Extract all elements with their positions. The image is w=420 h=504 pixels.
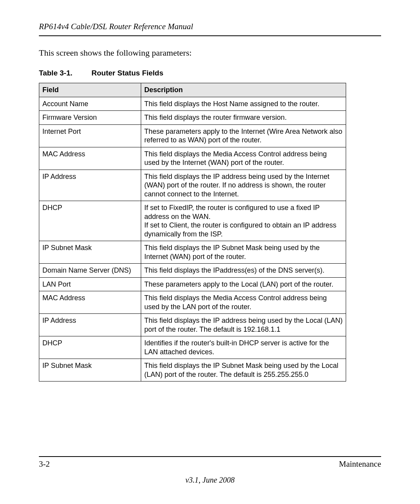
doc-title: RP614v4 Cable/DSL Router Reference Manua… [39, 22, 381, 32]
field-name: LAN Port [39, 277, 141, 291]
table-row: LAN PortThese parameters apply to the Lo… [39, 277, 346, 291]
router-status-table: Field Description Account NameThis field… [39, 83, 346, 382]
field-name: MAC Address [39, 147, 141, 170]
field-name: IP Address [39, 170, 141, 201]
field-description: This field displays the router firmware … [141, 111, 346, 125]
table-number: Table 3-1. [39, 69, 89, 77]
field-name: Domain Name Server (DNS) [39, 264, 141, 278]
table-row: MAC AddressThis field displays the Media… [39, 147, 346, 170]
field-description: This field displays the IP Subnet Mask b… [141, 359, 346, 382]
field-description: This field displays the IP address being… [141, 314, 346, 336]
field-name: IP Subnet Mask [39, 241, 141, 264]
table-row: Account NameThis field displays the Host… [39, 97, 346, 111]
field-description: This field displays the Media Access Con… [141, 147, 346, 170]
field-name: Internet Port [39, 124, 141, 147]
page-footer: 3-2 Maintenance [39, 453, 381, 469]
col-desc-header: Description [141, 83, 346, 97]
field-description: This field displays the IP Subnet Mask b… [141, 241, 346, 264]
col-field-header: Field [39, 83, 141, 97]
table-row: DHCPIdentifies if the router's built-in … [39, 336, 346, 359]
field-description: This field displays the IP address being… [141, 170, 346, 201]
section-name: Maintenance [339, 459, 381, 469]
table-row: IP AddressThis field displays the IP add… [39, 314, 346, 336]
field-name: Firmware Version [39, 111, 141, 125]
table-row: IP Subnet MaskThis field displays the IP… [39, 241, 346, 264]
table-caption: Table 3-1. Router Status Fields [39, 69, 381, 77]
table-row: MAC AddressThis field displays the Media… [39, 291, 346, 314]
field-description: If set to FixedIP, the router is configu… [141, 201, 346, 241]
table-title: Router Status Fields [91, 69, 163, 77]
version-line: v3.1, June 2008 [0, 476, 420, 485]
field-description: These parameters apply to the Local (LAN… [141, 277, 346, 291]
field-name: MAC Address [39, 291, 141, 314]
field-name: IP Address [39, 314, 141, 336]
table-row: DHCPIf set to FixedIP, the router is con… [39, 201, 346, 241]
table-row: IP Subnet MaskThis field displays the IP… [39, 359, 346, 382]
intro-text: This screen shows the following paramete… [39, 48, 381, 58]
field-name: IP Subnet Mask [39, 359, 141, 382]
header-rule [39, 35, 381, 36]
field-name: Account Name [39, 97, 141, 111]
field-description: This field displays the Media Access Con… [141, 291, 346, 314]
page-number: 3-2 [39, 459, 50, 469]
field-description: This field displays the IPaddress(es) of… [141, 264, 346, 278]
table-row: IP AddressThis field displays the IP add… [39, 170, 346, 201]
field-name: DHCP [39, 201, 141, 241]
field-description: Identifies if the router's built-in DHCP… [141, 336, 346, 359]
table-row: Internet PortThese parameters apply to t… [39, 124, 346, 147]
field-name: DHCP [39, 336, 141, 359]
table-row: Firmware VersionThis field displays the … [39, 111, 346, 125]
field-description: These parameters apply to the Internet (… [141, 124, 346, 147]
table-row: Domain Name Server (DNS)This field displ… [39, 264, 346, 278]
footer-rule [39, 456, 381, 457]
field-description: This field displays the Host Name assign… [141, 97, 346, 111]
